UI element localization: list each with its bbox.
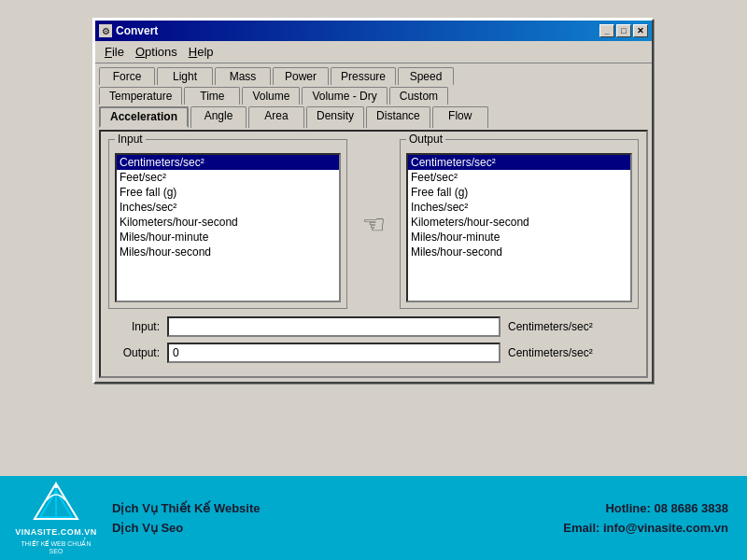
- minimize-button[interactable]: _: [599, 24, 614, 37]
- tab-row-1: Force Light Mass Power Pressure Speed: [99, 67, 648, 85]
- output-group-title: Output: [406, 133, 445, 146]
- footer-services: Dịch Vụ Thiết Kế Website Dịch Vụ Seo: [112, 501, 544, 535]
- tab-force[interactable]: Force: [99, 67, 155, 85]
- window: ⚙ Convert _ □ ✕ File Options Help For: [93, 19, 654, 384]
- footer: VINASITE.COM.VN THIẾT KẾ WEB CHUẨN SEO D…: [0, 476, 747, 560]
- vinasite-logo: [33, 482, 79, 524]
- hotline-label: Hotline:: [605, 501, 650, 515]
- tab-power[interactable]: Power: [273, 67, 329, 85]
- list-item[interactable]: Miles/hour-second: [408, 245, 630, 259]
- hotline: Hotline: 08 8686 3838: [605, 501, 728, 515]
- arrow-area: ☞: [355, 139, 392, 309]
- list-item[interactable]: Feet/sec²: [117, 170, 339, 185]
- screen: ⚙ Convert _ □ ✕ File Options Help For: [0, 0, 747, 560]
- input-group: Input Centimeters/sec² Feet/sec² Free fa…: [108, 139, 347, 309]
- tab-density[interactable]: Density: [306, 106, 364, 128]
- list-item[interactable]: Feet/sec²: [408, 170, 630, 185]
- list-item[interactable]: Kilometers/hour-second: [117, 215, 339, 230]
- service2-label: Dịch Vụ Seo: [112, 521, 544, 535]
- tab-distance[interactable]: Distance: [366, 106, 430, 128]
- input-listbox[interactable]: Centimeters/sec² Feet/sec² Free fall (g)…: [115, 153, 341, 302]
- input-unit-label: Centimeters/sec²: [508, 320, 639, 333]
- tab-row-2: Temperature Time Volume Volume - Dry Cus…: [99, 87, 648, 105]
- list-item[interactable]: Miles/hour-second: [117, 245, 339, 259]
- input-field[interactable]: [167, 316, 500, 337]
- title-buttons: _ □ ✕: [599, 24, 648, 37]
- window-title: Convert: [116, 24, 158, 37]
- tab-volume-dry[interactable]: Volume - Dry: [302, 87, 387, 105]
- tabs-container: Force Light Mass Power Pressure Speed Te…: [95, 63, 652, 128]
- list-item[interactable]: Free fall (g): [408, 185, 630, 200]
- tab-area[interactable]: Area: [248, 106, 304, 128]
- tab-temperature[interactable]: Temperature: [99, 87, 182, 105]
- output-field-row: Output: Centimeters/sec²: [108, 343, 639, 363]
- input-field-label: Input:: [108, 320, 160, 333]
- tab-flow[interactable]: Flow: [432, 106, 488, 128]
- tab-light[interactable]: Light: [157, 67, 213, 85]
- output-listbox[interactable]: Centimeters/sec² Feet/sec² Free fall (g)…: [406, 153, 632, 302]
- footer-contact: Hotline: 08 8686 3838 Email: info@vinasi…: [563, 501, 728, 535]
- arrow-icon: ☞: [362, 209, 386, 240]
- menu-file[interactable]: File: [99, 43, 130, 61]
- output-unit-label: Centimeters/sec²: [508, 346, 639, 359]
- output-group: Output Centimeters/sec² Feet/sec² Free f…: [400, 139, 639, 309]
- svg-point-3: [54, 484, 58, 488]
- output-field-label: Output:: [108, 346, 160, 359]
- title-bar: ⚙ Convert _ □ ✕: [95, 21, 652, 41]
- tab-mass[interactable]: Mass: [215, 67, 271, 85]
- menu-options[interactable]: Options: [130, 43, 183, 61]
- tab-speed[interactable]: Speed: [398, 67, 454, 85]
- input-field-row: Input: Centimeters/sec²: [108, 316, 639, 337]
- list-item[interactable]: Inches/sec²: [117, 200, 339, 215]
- tab-angle[interactable]: Angle: [190, 106, 247, 128]
- tab-row-3: Acceleration Angle Area Density Distance…: [99, 106, 648, 128]
- io-row: Input Centimeters/sec² Feet/sec² Free fa…: [108, 139, 639, 309]
- list-item[interactable]: Centimeters/sec²: [408, 155, 630, 170]
- list-item[interactable]: Inches/sec²: [408, 200, 630, 215]
- tab-time[interactable]: Time: [184, 87, 240, 105]
- hotline-value: 08 8686 3838: [654, 501, 728, 515]
- window-wrapper: ⚙ Convert _ □ ✕ File Options Help For: [0, 0, 747, 476]
- tab-acceleration[interactable]: Acceleration: [99, 106, 189, 128]
- tab-custom[interactable]: Custom: [389, 87, 448, 105]
- list-item[interactable]: Miles/hour-minute: [408, 230, 630, 245]
- output-field[interactable]: [167, 343, 500, 363]
- logo-text: VINASITE.COM.VN: [15, 527, 97, 537]
- tab-pressure[interactable]: Pressure: [331, 67, 396, 85]
- tab-volume[interactable]: Volume: [242, 87, 300, 105]
- logo-subtext: THIẾT KẾ WEB CHUẨN SEO: [19, 540, 93, 554]
- content-area: Input Centimeters/sec² Feet/sec² Free fa…: [99, 130, 648, 378]
- title-icon: ⚙: [99, 24, 112, 37]
- list-item[interactable]: Kilometers/hour-second: [408, 215, 630, 230]
- input-group-title: Input: [115, 133, 146, 146]
- list-item[interactable]: Free fall (g): [117, 185, 339, 200]
- list-item[interactable]: Miles/hour-minute: [117, 230, 339, 245]
- email: Email: info@vinasite.com.vn: [563, 521, 728, 535]
- list-item[interactable]: Centimeters/sec²: [117, 155, 339, 170]
- maximize-button[interactable]: □: [616, 24, 631, 37]
- menu-help[interactable]: Help: [183, 43, 219, 61]
- menu-bar: File Options Help: [95, 41, 652, 63]
- email-label: Email:: [563, 521, 599, 535]
- email-value: info@vinasite.com.vn: [603, 521, 728, 535]
- footer-logo: VINASITE.COM.VN THIẾT KẾ WEB CHUẨN SEO: [19, 482, 93, 554]
- service1-label: Dịch Vụ Thiết Kế Website: [112, 501, 544, 515]
- close-button[interactable]: ✕: [633, 24, 648, 37]
